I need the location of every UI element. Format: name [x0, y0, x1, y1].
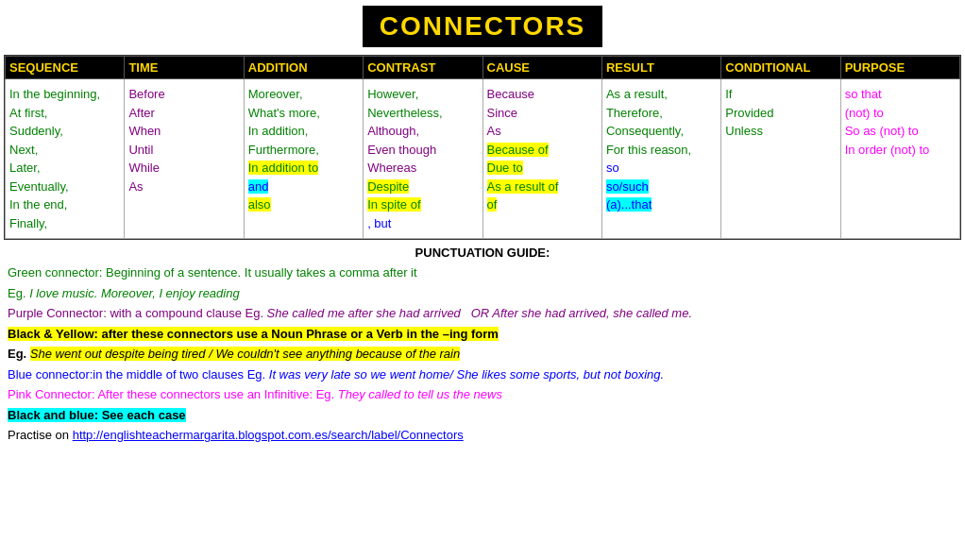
punct-green-label: Green connector: Beginning of a sentence…	[8, 265, 417, 280]
title-box: CONNECTORS	[363, 6, 603, 47]
punct-line-1: Green connector: Beginning of a sentence…	[8, 263, 957, 282]
addition-cell: Moreover, What's more, In addition, Furt…	[244, 79, 363, 239]
punctuation-section: PUNCTUATION GUIDE: Green connector: Begi…	[4, 240, 961, 450]
practise-label: Practise on	[8, 428, 73, 442]
col-header-conditional: CONDITIONAL	[721, 57, 840, 79]
addition-item-4: Furthermore,	[248, 143, 319, 157]
result-item-1: As a result,	[606, 87, 668, 101]
contrast-item-5: Whereas	[367, 161, 416, 175]
connectors-table-wrapper: SEQUENCE TIME ADDITION CONTRAST CAUSE RE…	[4, 55, 961, 240]
purpose-item-3: So as (not) to	[845, 124, 919, 138]
contrast-item-8: , but	[367, 216, 391, 230]
addition-item-1: Moreover,	[248, 87, 303, 101]
col-header-purpose: PURPOSE	[840, 57, 959, 79]
cause-item-6: As a result of	[487, 179, 559, 194]
result-item-3: Consequently,	[606, 124, 684, 138]
punct-black-blue-label: Black and blue: See each case	[8, 408, 186, 422]
contrast-item-6: Despite	[367, 179, 409, 194]
punct-line-5: Eg. She went out despite being tired / W…	[8, 345, 957, 364]
punct-line-2: Eg. I love music. Moreover, I enjoy read…	[8, 284, 957, 303]
punct-line-4: Black & Yellow: after these connectors u…	[8, 325, 957, 344]
conditional-item-2: Provided	[725, 106, 773, 120]
result-item-4: For this reason,	[606, 143, 691, 157]
practise-link[interactable]: http://englishteachermargarita.blogspot.…	[73, 428, 464, 442]
col-header-time: TIME	[125, 57, 244, 79]
cause-item-2: Since	[487, 106, 518, 120]
addition-item-3: In addition,	[248, 124, 309, 138]
result-cell: As a result, Therefore, Consequently, Fo…	[601, 79, 720, 239]
addition-item-2: What's more,	[248, 106, 320, 120]
punctuation-title: PUNCTUATION GUIDE:	[8, 246, 957, 260]
page-title: CONNECTORS	[380, 11, 586, 41]
punct-line-6: Blue connector:in the middle of two clau…	[8, 365, 957, 384]
main-container: CONNECTORS SEQUENCE TIME ADDITION CONTRA…	[0, 0, 965, 456]
punct-blue-label: Blue connector:in the middle of two clau…	[8, 367, 664, 382]
result-item-6: so/such	[606, 179, 649, 194]
punct-green-eg: Eg. I love music. Moreover, I enjoy read…	[8, 286, 240, 300]
purpose-cell: so that (not) to So as (not) to In order…	[840, 79, 959, 239]
col-header-result: RESULT	[601, 57, 720, 79]
cause-item-5: Due to	[487, 161, 523, 175]
punct-line-7: Pink Connector: After these connectors u…	[8, 385, 957, 404]
table-content-row: In the beginning, At first, Suddenly, Ne…	[6, 79, 960, 239]
addition-item-5: In addition to	[248, 161, 318, 175]
addition-item-6: and	[248, 179, 269, 194]
sequence-cell: In the beginning, At first, Suddenly, Ne…	[6, 79, 125, 239]
cause-item-7: of	[487, 197, 498, 212]
cause-item-4: Because of	[487, 143, 549, 157]
punct-black-yellow-label: Black & Yellow: after these connectors u…	[8, 327, 499, 341]
purpose-item-1: so that	[845, 87, 882, 101]
cause-cell: Because Since As Because of Due to As a …	[482, 79, 601, 239]
col-header-addition: ADDITION	[244, 57, 363, 79]
result-item-7: (a)...that	[606, 197, 652, 212]
addition-item-7: also	[248, 197, 271, 212]
cause-item-1: Because	[487, 87, 535, 101]
result-item-2: Therefore,	[606, 106, 663, 120]
sequence-items: In the beginning, At first, Suddenly, Ne…	[9, 87, 100, 230]
contrast-item-1: However,	[367, 87, 418, 101]
contrast-item-2: Nevertheless,	[367, 106, 442, 120]
conditional-cell: If Provided Unless	[721, 79, 840, 239]
result-item-5: so	[606, 161, 619, 175]
conditional-item-3: Unless	[725, 124, 763, 138]
purpose-item-4: In order (not) to	[845, 143, 930, 157]
connectors-table: SEQUENCE TIME ADDITION CONTRAST CAUSE RE…	[5, 56, 960, 239]
table-header-row: SEQUENCE TIME ADDITION CONTRAST CAUSE RE…	[6, 57, 960, 79]
cause-item-3: As	[487, 124, 501, 138]
punct-line-8: Black and blue: See each case	[8, 406, 957, 425]
contrast-item-3: Although,	[367, 124, 419, 138]
contrast-item-4: Even though	[367, 143, 436, 157]
contrast-item-7: In spite of	[367, 197, 420, 212]
punct-line-9: Practise on http://englishteachermargari…	[8, 426, 957, 445]
col-header-cause: CAUSE	[482, 57, 601, 79]
title-section: CONNECTORS	[4, 6, 961, 47]
time-cell: Before After When Until While As	[125, 79, 244, 239]
purpose-item-2: (not) to	[845, 106, 884, 120]
conditional-item-1: If	[725, 87, 732, 101]
punct-line-3: Purple Connector: with a compound clause…	[8, 304, 957, 323]
punct-black-yellow-eg-label: Eg.	[8, 347, 30, 361]
punct-purple-label: Purple Connector: with a compound clause…	[8, 306, 692, 320]
punct-pink-label: Pink Connector: After these connectors u…	[8, 387, 502, 401]
contrast-cell: However, Nevertheless, Although, Even th…	[364, 79, 482, 239]
col-header-sequence: SEQUENCE	[6, 57, 125, 79]
time-items: Before After When Until While As	[128, 87, 164, 194]
col-header-contrast: CONTRAST	[364, 57, 482, 79]
punct-black-yellow-eg: She went out despite being tired / We co…	[30, 347, 460, 361]
